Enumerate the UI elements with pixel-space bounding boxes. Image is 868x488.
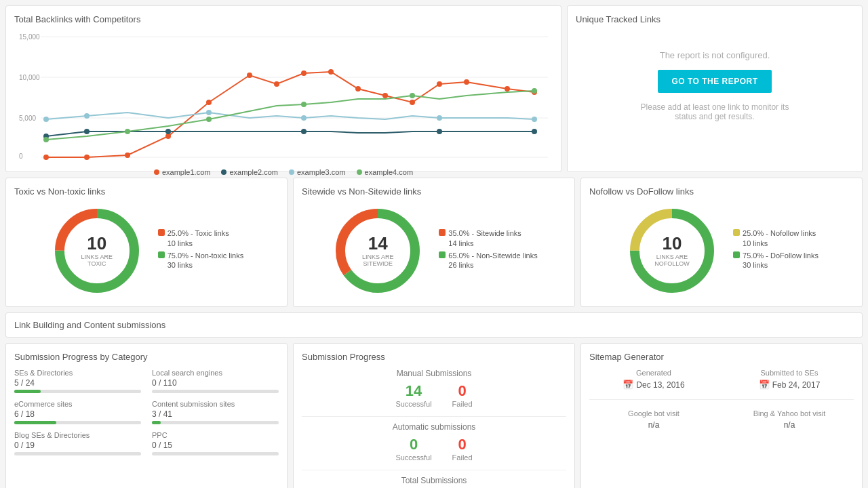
svg-point-35 <box>532 117 537 122</box>
sitewide-center: 14 LINKS ARE SITEWIDE <box>354 235 401 267</box>
nofollow-legend: 25.0% - Nofollow links 10 links 75.0% - … <box>733 228 818 272</box>
svg-point-9 <box>84 155 90 160</box>
auto-fail: 0 Failed <box>452 436 473 462</box>
submission-progress-title: Submission Progress <box>302 352 566 362</box>
backlinks-chart: 15,000 10,000 5,000 0 <box>14 31 553 163</box>
sitewide-card: Sitewide vs Non-Sitewide links 14 LINKS … <box>293 178 575 307</box>
toxic-donut-wrap: 10 LINKS ARE TOXIC 25.0% - Toxic links 1… <box>14 203 279 298</box>
calendar-icon-generated: 📅 <box>623 380 633 390</box>
nofollow-legend-item-1: 75.0% - DoFollow links 30 links <box>733 251 818 270</box>
tracked-card: Unique Tracked Links The report is not c… <box>567 5 863 172</box>
sitemap-card: Sitemap Generator Generated 📅 Dec 13, 20… <box>580 343 863 488</box>
svg-text:5,000: 5,000 <box>19 115 36 122</box>
sub-item-5: PPC 0 / 15 <box>152 431 279 455</box>
submission-category-card: Submission Progress by Category SEs & Di… <box>5 343 288 488</box>
tracked-title: Unique Tracked Links <box>576 14 854 24</box>
svg-point-11 <box>165 134 171 139</box>
sitewide-legend-item-0: 35.0% - Sitewide links 14 links <box>439 228 537 248</box>
nofollow-donut: 10 LINKS ARE NOFOLLOW <box>625 203 719 298</box>
link-building-label: Link Building and Content submissions <box>5 312 863 338</box>
sub-item-1: Local search engines 0 / 110 <box>152 369 279 393</box>
legend-example4: example4.com <box>357 168 414 176</box>
auto-title: Automatic submissions <box>302 422 566 432</box>
submission-progress-card: Submission Progress Manual Submissions 1… <box>293 343 575 488</box>
sub-item-0: SEs & Directories 5 / 24 <box>14 369 141 393</box>
sitemap-google: Google bot visit n/a <box>589 409 718 430</box>
legend-example3: example3.com <box>289 168 346 176</box>
svg-point-28 <box>437 129 442 134</box>
sub-item-2: eCommerce sites 6 / 18 <box>14 400 141 424</box>
svg-text:15,000: 15,000 <box>19 33 40 41</box>
svg-point-17 <box>355 86 361 92</box>
nofollow-center: 10 LINKS ARE NOFOLLOW <box>648 235 696 267</box>
backlinks-title: Total Backlinks with Competitors <box>14 14 553 24</box>
svg-text:0: 0 <box>19 152 23 160</box>
svg-point-19 <box>410 100 415 105</box>
svg-point-16 <box>328 69 334 75</box>
legend-example1: example1.com <box>154 168 211 176</box>
svg-point-29 <box>532 129 537 134</box>
sitemap-bing: Bing & Yahoo bot visit n/a <box>725 409 854 430</box>
tracked-content: The report is not configured. GO TO THE … <box>576 31 854 140</box>
auto-success: 0 Successful <box>395 436 431 462</box>
svg-point-36 <box>43 137 49 142</box>
svg-point-14 <box>274 81 279 87</box>
manual-fail: 0 Failed <box>452 382 473 408</box>
toxic-card: Toxic vs Non-toxic links 10 LINKS ARE TO… <box>5 178 288 307</box>
backlinks-legend: example1.com example2.com example3.com e… <box>14 168 553 176</box>
svg-point-40 <box>410 93 415 98</box>
svg-text:10,000: 10,000 <box>19 74 40 81</box>
nofollow-legend-item-0: 25.0% - Nofollow links 10 links <box>733 228 818 248</box>
svg-point-22 <box>505 86 510 92</box>
go-to-report-button[interactable]: GO TO THE REPORT <box>658 70 771 93</box>
svg-point-39 <box>301 102 307 107</box>
manual-title: Manual Submissions <box>302 369 566 378</box>
svg-point-10 <box>125 152 130 158</box>
submission-category-grid: SEs & Directories 5 / 24 Local search en… <box>14 369 279 455</box>
sitewide-legend: 35.0% - Sitewide links 14 links 65.0% - … <box>439 228 537 272</box>
svg-point-38 <box>206 117 212 122</box>
svg-point-30 <box>43 117 49 122</box>
svg-point-31 <box>84 113 90 119</box>
total-submissions: Total Submissions 14 Successful 0 Failed <box>302 476 566 488</box>
manual-submissions: Manual Submissions 14 Successful 0 Faile… <box>302 369 566 408</box>
calendar-icon-submitted: 📅 <box>759 380 770 390</box>
nofollow-card: Nofollow vs DoFollow links 10 LINKS ARE … <box>580 178 863 307</box>
svg-point-37 <box>125 129 130 134</box>
sitewide-title: Sitewide vs Non-Sitewide links <box>302 186 566 197</box>
auto-submissions: Automatic submissions 0 Successful 0 Fai… <box>302 422 566 462</box>
toxic-center: 10 LINKS ARE TOXIC <box>73 235 121 267</box>
svg-point-12 <box>206 100 212 105</box>
svg-point-25 <box>84 129 90 134</box>
svg-point-41 <box>532 88 537 94</box>
svg-point-21 <box>464 79 469 85</box>
not-configured-text: The report is not configured. <box>660 50 770 60</box>
sub-item-3: Content submission sites 3 / 41 <box>152 400 279 424</box>
legend-example2: example2.com <box>221 168 278 176</box>
manual-success: 14 Successful <box>395 382 431 408</box>
svg-point-33 <box>301 115 307 121</box>
sub-item-4: Blog SEs & Directories 0 / 19 <box>14 431 141 455</box>
sitemap-submitted: Submitted to SEs 📅 Feb 24, 2017 <box>725 369 854 390</box>
svg-point-20 <box>437 81 442 87</box>
sitewide-legend-item-1: 65.0% - Non-Sitewide links 26 links <box>439 251 537 270</box>
sitewide-donut: 14 LINKS ARE SITEWIDE <box>330 203 425 298</box>
svg-point-18 <box>382 93 388 98</box>
toxic-legend-item-1: 75.0% - Non-toxic links 30 links <box>158 251 244 270</box>
sitemap-grid: Generated 📅 Dec 13, 2016 Submitted to SE… <box>589 369 854 430</box>
svg-point-27 <box>301 129 307 134</box>
toxic-donut: 10 LINKS ARE TOXIC <box>50 203 144 298</box>
svg-point-15 <box>301 70 307 76</box>
toxic-title: Toxic vs Non-toxic links <box>14 186 279 197</box>
total-title: Total Submissions <box>302 476 566 485</box>
toxic-legend-item-0: 25.0% - Toxic links 10 links <box>158 228 244 248</box>
submission-category-title: Submission Progress by Category <box>14 352 279 362</box>
svg-point-32 <box>206 110 212 115</box>
svg-point-8 <box>43 155 49 160</box>
sitemap-generated: Generated 📅 Dec 13, 2016 <box>589 369 718 390</box>
tracked-note: Please add at least one link to monitor … <box>640 102 789 121</box>
toxic-legend: 25.0% - Toxic links 10 links 75.0% - Non… <box>158 228 244 272</box>
nofollow-title: Nofollow vs DoFollow links <box>589 186 854 197</box>
sitemap-title: Sitemap Generator <box>589 352 854 362</box>
svg-point-26 <box>165 129 171 134</box>
